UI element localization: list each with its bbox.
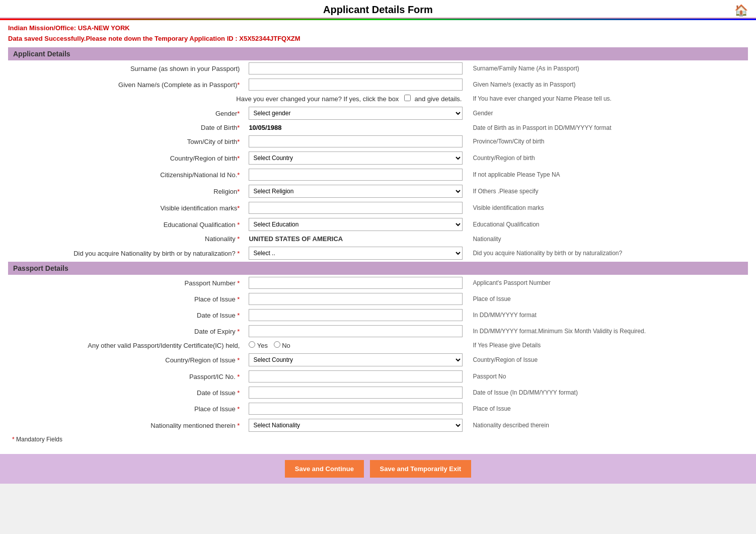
table-row: Date of Issue * In DD/MM/YYYY format xyxy=(8,307,748,323)
other-date-issue-input[interactable] xyxy=(249,387,463,399)
table-row: Any other valid Passport/Identity Certif… xyxy=(8,339,748,351)
other-passport-yes-radio[interactable] xyxy=(249,341,255,348)
other-place-issue-input[interactable] xyxy=(249,403,463,415)
passport-place-issue-input[interactable] xyxy=(249,293,463,305)
given-names-input[interactable] xyxy=(249,79,463,91)
home-icon[interactable]: 🏠 xyxy=(734,4,748,17)
applicant-details-header: Applicant Details xyxy=(8,47,748,60)
dob-value: 10/05/1988 xyxy=(249,124,281,131)
passport-details-table: Passport Number * Applicant's Passport N… xyxy=(8,275,748,434)
footer-buttons: Save and Continue Save and Temporarily E… xyxy=(0,454,756,484)
table-row: Date of Issue * Date of Issue (In DD/MM/… xyxy=(8,385,748,401)
page-title: Applicant Details Form xyxy=(0,4,756,16)
success-message: Data saved Successfully.Please note down… xyxy=(8,35,748,42)
passport-details-header: Passport Details xyxy=(8,262,748,275)
table-row: Passport Number * Applicant's Passport N… xyxy=(8,275,748,291)
app-id: X5X52344JTFQXZM xyxy=(239,35,300,42)
other-nationality-select[interactable]: Select Nationality xyxy=(249,419,463,432)
save-exit-button[interactable]: Save and Temporarily Exit xyxy=(370,460,472,478)
education-select[interactable]: Select Education Below Matriculation Mat… xyxy=(249,218,463,231)
mission-value: USA-NEW YORK xyxy=(78,24,130,32)
country-birth-select[interactable]: Select Country xyxy=(249,151,463,165)
name-changed-checkbox[interactable] xyxy=(404,95,411,101)
table-row: Surname (as shown in your Passport) Surn… xyxy=(8,60,748,77)
passport-number-input[interactable] xyxy=(249,277,463,289)
table-row: Date of Birth* 10/05/1988 Date of Birth … xyxy=(8,122,748,133)
top-header: Applicant Details Form 🏠 xyxy=(0,0,756,19)
surname-input[interactable] xyxy=(249,62,463,74)
applicant-details-table: Surname (as shown in your Passport) Surn… xyxy=(8,60,748,262)
table-row: Educational Qualification * Select Educa… xyxy=(8,216,748,233)
gender-select[interactable]: Select gender Male Female Other xyxy=(249,107,463,120)
nationality-acquire-select[interactable]: Select .. By Birth By Naturalization xyxy=(249,247,463,260)
mandatory-note: * Mandatory Fields xyxy=(8,434,748,445)
save-continue-button[interactable]: Save and Continue xyxy=(285,460,364,478)
table-row: Country/Region of Issue * Select Country… xyxy=(8,351,748,368)
other-passport-no-input[interactable] xyxy=(249,370,463,383)
table-row: Given Name/s (Complete as in Passport)* … xyxy=(8,77,748,93)
table-row: Citizenship/National Id No.* If not appl… xyxy=(8,167,748,183)
other-country-issue-select[interactable]: Select Country xyxy=(249,353,463,366)
table-row: Country/Region of birth* Select Country … xyxy=(8,149,748,167)
town-birth-input[interactable] xyxy=(249,135,463,147)
religion-select[interactable]: Select Religion Hindu Muslim Christian S… xyxy=(249,185,463,198)
table-row: Date of Expiry * In DD/MM/YYYY format.Mi… xyxy=(8,323,748,339)
passport-date-expiry-input[interactable] xyxy=(249,325,463,337)
table-row: Have you ever changed your name? If yes,… xyxy=(8,93,748,105)
table-row: Passport/IC No. * Passport No xyxy=(8,368,748,385)
visible-marks-input[interactable] xyxy=(249,202,463,214)
nationality-value: UNITED STATES OF AMERICA xyxy=(249,235,343,243)
table-row: Visible identification marks* Visible id… xyxy=(8,200,748,216)
citizenship-id-input[interactable] xyxy=(249,169,463,181)
passport-date-issue-input[interactable] xyxy=(249,309,463,321)
table-row: Gender* Select gender Male Female Other … xyxy=(8,105,748,122)
other-passport-radio-group: Yes No xyxy=(249,341,463,349)
table-row: Religion* Select Religion Hindu Muslim C… xyxy=(8,183,748,200)
table-row: Town/City of birth* Province/Town/City o… xyxy=(8,133,748,149)
table-row: Place of Issue * Place of Issue xyxy=(8,401,748,417)
mission-line: Indian Mission/Office: USA-NEW YORK xyxy=(8,24,748,32)
other-passport-no-radio[interactable] xyxy=(274,341,280,348)
page-wrapper: Applicant Details Form 🏠 Indian Mission/… xyxy=(0,0,756,484)
content-area: Indian Mission/Office: USA-NEW YORK Data… xyxy=(0,20,756,449)
table-row: Did you acquire Nationality by birth or … xyxy=(8,245,748,262)
table-row: Nationality * UNITED STATES OF AMERICA N… xyxy=(8,233,748,245)
table-row: Place of Issue * Place of Issue xyxy=(8,291,748,307)
table-row: Nationality mentioned therein * Select N… xyxy=(8,417,748,434)
